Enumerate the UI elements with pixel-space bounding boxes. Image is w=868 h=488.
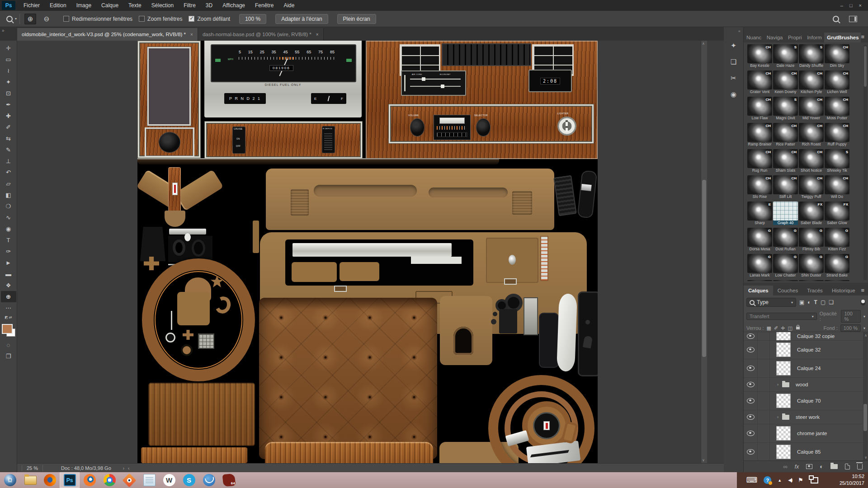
volume-tray-icon[interactable]: ◀) (788, 477, 792, 483)
help-tray-icon[interactable]: ? (764, 476, 771, 484)
fit-screen-button[interactable]: Adapter à l'écran (275, 14, 328, 24)
layer-filter-type[interactable]: Type ▾ (746, 298, 796, 307)
brushes-scrollbar[interactable] (863, 45, 867, 280)
panel-tab-propri[interactable]: Propri (785, 33, 804, 42)
taskbar-clock[interactable]: 10:52 25/10/2017 (840, 473, 864, 487)
brush-low-flaw[interactable]: CHLow Flaw (747, 97, 772, 122)
zoom-out-button[interactable]: ⊖ (41, 14, 52, 24)
checkbox-2[interactable] (189, 16, 194, 22)
brush-mid-yewer[interactable]: CHMid Yewer (799, 97, 824, 122)
restore-button[interactable]: □ (849, 3, 853, 8)
checkbox-0[interactable] (63, 16, 69, 22)
new-group-icon[interactable] (830, 464, 838, 469)
marquee-tool[interactable]: ▭ (1, 54, 16, 65)
lock-all-icon[interactable] (796, 327, 800, 329)
layer-row-calque-32-copie[interactable]: Calque 32 copie (744, 332, 868, 341)
layers-scrollbar[interactable] (863, 332, 868, 460)
brush-saber-glow[interactable]: FXSaber Glow (825, 202, 849, 227)
brush-grater-vent[interactable]: CHGrater Vent (747, 70, 772, 96)
quick-selection-tool[interactable]: ✦ (1, 76, 16, 88)
delete-layer-icon[interactable] (857, 464, 863, 469)
filter-smartobject-icon[interactable]: ❏ (829, 299, 834, 305)
brush-dust-rufian[interactable]: GDust Rufian (773, 228, 798, 253)
brush-kitchen-pyle[interactable]: CHKitchen Pyle (799, 70, 824, 96)
brush-dandy-shuffle[interactable]: SDandy Shuffle (799, 44, 824, 70)
start-button[interactable]: Ω (0, 472, 20, 488)
foreground-color-swatch[interactable] (2, 324, 13, 334)
brush-partial-38[interactable]: G (799, 280, 824, 281)
panel-tab-nuanc[interactable]: Nuanc (744, 33, 764, 42)
filter-shape-icon[interactable]: ▢ (821, 299, 826, 305)
layers-scroll-down[interactable]: ∨ (864, 455, 867, 460)
close-button[interactable]: × (859, 3, 862, 8)
layers-menu-icon[interactable]: ≡ (861, 287, 868, 296)
group-expand-icon[interactable]: › (777, 382, 778, 387)
layer-row-calque-32[interactable]: Calque 32 (744, 341, 868, 359)
lock-transparency-icon[interactable]: ▦ (767, 325, 771, 331)
layer-style-icon[interactable]: fx (795, 464, 799, 470)
close-icon[interactable]: × (190, 32, 193, 37)
filter-toggle[interactable] (861, 299, 865, 305)
layer-visibility[interactable] (744, 378, 758, 391)
brush-lichen-well[interactable]: CHLichen Well (825, 70, 849, 96)
workspace-icon[interactable] (849, 16, 857, 22)
screen-mode-button[interactable]: ❐ (1, 351, 16, 362)
type-tool[interactable]: T (1, 235, 16, 246)
layer-row-chrome-jante[interactable]: chrome jante (744, 424, 868, 443)
search-icon[interactable] (833, 16, 839, 22)
layer-visibility[interactable] (744, 359, 758, 377)
brush-kitten-fizz[interactable]: GKitten Fizz (825, 228, 849, 253)
faststone-icon[interactable] (119, 472, 139, 488)
brush-twiggy-puff[interactable]: CHTwiggy Puff (799, 175, 824, 201)
fullscreen-button[interactable]: Plein écran (337, 14, 376, 24)
brush-slo-rise[interactable]: CHSlo Rise (747, 175, 772, 201)
document-tab-1[interactable]: dash-normal-base.psd @ 100% (wire, RVB/8… (198, 28, 324, 41)
layer-row-calque-70[interactable]: Calque 70 (744, 392, 868, 410)
layers-tab-calques[interactable]: Calques (744, 286, 773, 296)
eyedropper-tool[interactable]: ✒ (1, 99, 16, 110)
preview-icon[interactable]: ◉ (731, 90, 736, 99)
blender-icon[interactable] (80, 472, 99, 488)
brush-rice-patter[interactable]: CHRice Patter (773, 123, 798, 148)
explorer-icon[interactable] (20, 472, 40, 488)
brush-sham-slats[interactable]: CHSham Slats (773, 149, 798, 174)
skype-icon[interactable]: S (179, 472, 199, 488)
brush-keen-downy[interactable]: CHKeen Downy (773, 70, 798, 96)
status-chevron-left[interactable]: ‹ (128, 466, 129, 471)
hand-tool[interactable]: ❖ (1, 280, 16, 291)
fill-value[interactable]: 100 % (840, 324, 861, 332)
menu-filtre[interactable]: Filtre (179, 1, 200, 10)
layer-row-steer-work[interactable]: ›steer work (744, 410, 868, 424)
crop-tool[interactable]: ⊡ (1, 88, 16, 99)
pen-tool[interactable]: ✑ (1, 246, 16, 257)
brush-lanas-mark[interactable]: GLanas Mark (747, 254, 772, 279)
layers-tab-historique[interactable]: Historique (827, 286, 860, 296)
menu-aide[interactable]: Aide (279, 1, 299, 10)
layer-visibility[interactable] (744, 410, 758, 424)
menu-image[interactable]: Image (72, 1, 96, 10)
menu-calque[interactable]: Calque (97, 1, 123, 10)
layers-tab-couches[interactable]: Couches (773, 286, 802, 296)
quick-mask-button[interactable]: ◌ (1, 339, 16, 351)
brush-partial-39[interactable]: G (825, 280, 849, 281)
minimize-button[interactable]: – (840, 3, 843, 8)
brush-short-notice[interactable]: CHShort Notice (799, 149, 824, 174)
document-tab-0[interactable]: oldsmobile_interior_d_work-V3.psd @ 25% … (17, 28, 198, 41)
blend-mode-select[interactable]: Transfert ▾ (746, 313, 817, 320)
menu-3d[interactable]: 3D (201, 1, 217, 10)
layer-visibility[interactable] (744, 332, 758, 340)
panel-tab-grutbrushes[interactable]: GrutBrushes (824, 33, 861, 42)
layer-row-wood[interactable]: ›wood (744, 378, 868, 392)
brush-bay-kessle[interactable]: CHBay Kessle (747, 44, 772, 70)
menu-texte[interactable]: Texte (124, 1, 146, 10)
brush-dorsa-mesa[interactable]: GDorsa Mesa (747, 228, 772, 253)
brush-ruff-puppy[interactable]: CHRuff Puppy (825, 123, 849, 148)
group-expand-icon[interactable]: › (777, 415, 778, 419)
chrome-icon[interactable] (99, 472, 119, 488)
brush-graph-40[interactable]: Graph 40 (773, 202, 798, 227)
more-tools[interactable]: ⋯ (1, 302, 16, 314)
vertical-scroll-thumb[interactable] (702, 180, 706, 357)
scroll-down-icon[interactable]: ∨ (702, 458, 705, 462)
pencil-tool[interactable]: ✐ (1, 122, 16, 133)
move-tool[interactable]: ✛ (1, 42, 16, 54)
